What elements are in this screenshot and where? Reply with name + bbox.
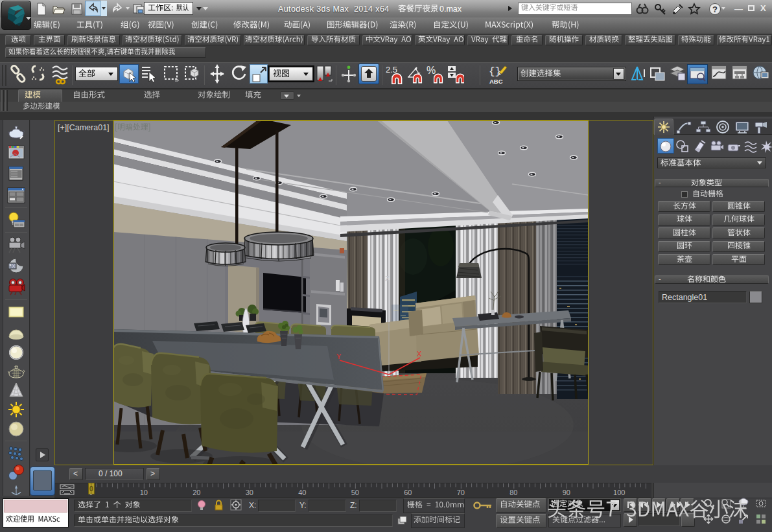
svg-text:{}: {}: [489, 66, 501, 78]
svg-text:X: X: [417, 350, 422, 358]
svg-text:60: 60: [404, 489, 412, 496]
svg-text:100: 100: [613, 489, 625, 496]
svg-text:?: ?: [712, 5, 718, 14]
svg-text:40: 40: [298, 489, 306, 496]
svg-text:Z: Z: [385, 275, 390, 283]
svg-text:ABC: ABC: [489, 78, 503, 85]
svg-text:%: %: [427, 65, 436, 76]
svg-text:90: 90: [563, 489, 570, 496]
svg-text:30: 30: [246, 489, 253, 496]
svg-text:70: 70: [457, 489, 465, 496]
svg-text:50: 50: [351, 489, 359, 496]
svg-text:80: 80: [509, 489, 517, 496]
svg-text:20: 20: [193, 489, 200, 496]
svg-text:2.5: 2.5: [386, 65, 397, 75]
svg-text:Y: Y: [336, 353, 342, 360]
svg-text:10: 10: [140, 489, 148, 496]
